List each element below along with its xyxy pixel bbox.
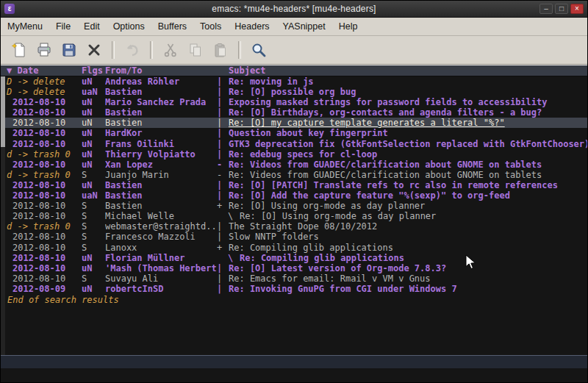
thread-indicator: |: [217, 284, 229, 294]
copy-button[interactable]: [184, 40, 207, 60]
toolbar-separator: [238, 41, 241, 59]
message-subject: Re: Compiling glib applications: [229, 243, 587, 253]
column-header-date[interactable]: ▼ Date: [5, 65, 82, 76]
message-date: 2012-08-10: [5, 128, 82, 138]
toolbar: [1, 36, 587, 65]
echo-area[interactable]: [1, 368, 587, 382]
message-flags: S: [82, 273, 105, 284]
message-row[interactable]: 2012-08-10uNBastien|Re: [O] [PATCH] Tran…: [5, 180, 587, 190]
thread-indicator: -: [217, 160, 229, 170]
message-flags: S: [82, 232, 105, 242]
message-flags: uN: [82, 139, 105, 149]
message-date: 2012-08-10: [5, 263, 82, 273]
column-header-subject[interactable]: Subject: [229, 65, 587, 76]
message-date: 2012-08-10: [5, 273, 82, 284]
menu-item[interactable]: MyMenu: [1, 18, 49, 35]
titlebar[interactable]: ε emacs: *mu4e-headers* [mu4e-headers] –…: [1, 1, 587, 18]
message-from: HardKor: [105, 128, 217, 138]
message-row[interactable]: d -> trash 0Swebmaster@straightd...|The …: [5, 221, 587, 232]
message-row[interactable]: 2012-08-10uNHardKor|Question about key f…: [5, 128, 587, 138]
print-button[interactable]: [33, 40, 55, 60]
message-subject: Question about key fingerprint: [229, 128, 587, 138]
menu-item[interactable]: Buffers: [151, 18, 193, 35]
message-from: Michael Welle: [105, 211, 217, 221]
message-date: D -> delete: [5, 87, 82, 97]
message-row[interactable]: d -> trash 0SJuanjo Marin-Re: Videos fro…: [5, 170, 587, 180]
message-from: 'Mash (Thomas Herbert): [105, 263, 217, 273]
menu-item[interactable]: Tools: [193, 18, 228, 35]
message-subject: Re: [O] Add the capture feature "%(sexp)…: [229, 190, 587, 201]
close-button[interactable]: ×: [570, 4, 584, 14]
thread-indicator: |: [217, 221, 229, 232]
mode-line: *mu4e-headers* ( 5, 0) [All/2.0k] [mu4e-…: [1, 355, 587, 368]
message-flags: uN: [82, 149, 105, 160]
message-subject: Re: [O] my capture template generates a …: [229, 118, 587, 128]
menu-item[interactable]: Help: [332, 18, 365, 35]
menu-item[interactable]: YASnippet: [276, 18, 332, 35]
thread-indicator: +: [217, 201, 229, 211]
menu-item[interactable]: Edit: [77, 18, 107, 35]
menu-item[interactable]: File: [49, 18, 77, 35]
message-subject: GTK3 deprecation fix (GtkFontSelection r…: [229, 139, 587, 149]
message-row[interactable]: 2012-08-10SMichael Welle\Re: [O] Using o…: [5, 211, 587, 221]
message-row[interactable]: 2012-08-10uNFlorian Müllner\Re: Compilin…: [5, 253, 587, 263]
cut-button[interactable]: [159, 40, 182, 60]
message-row[interactable]: 2012-08-10uNMario Sanchez Prada|Exposing…: [5, 97, 587, 107]
message-row[interactable]: 2012-08-10uNBastien|Re: [O] my capture t…: [5, 118, 587, 128]
message-flags: uN: [82, 284, 105, 294]
message-from: Xan Lopez: [105, 160, 217, 170]
message-from: robertcInSD: [105, 284, 217, 294]
message-flags: S: [82, 201, 105, 211]
message-row[interactable]: 2012-08-10SLanoxx+Re: Compiling glib app…: [5, 243, 587, 253]
message-row[interactable]: D -> deleteuaNBastien|Re: [O] possible o…: [5, 87, 587, 97]
message-row[interactable]: 2012-08-10uN'Mash (Thomas Herbert)|Re: […: [5, 263, 587, 273]
message-flags: uN: [82, 263, 105, 273]
thread-indicator: |: [217, 273, 229, 284]
window-controls: – □ ×: [539, 4, 587, 14]
message-date: D -> delete: [5, 76, 82, 87]
message-flags: uN: [82, 253, 105, 263]
message-date: 2012-08-10: [5, 201, 82, 211]
message-subject: Re: Emacs for email: Rmail v VM v Gnus: [229, 273, 587, 284]
message-row[interactable]: 2012-08-10uNBastien|Re: [O] Birthdays, o…: [5, 107, 587, 118]
search-icon: [251, 42, 267, 58]
message-row[interactable]: 2012-08-10uaNBastien|Re: [O] Add the cap…: [5, 190, 587, 201]
message-subject: Re: moving in js: [229, 76, 587, 87]
save-button[interactable]: [58, 40, 80, 60]
close-buffer-button[interactable]: [83, 40, 105, 60]
message-date: 2012-08-10: [5, 97, 82, 107]
message-row[interactable]: 2012-08-10SSuvayu Ali|Re: Emacs for emai…: [5, 273, 587, 284]
message-row[interactable]: 2012-08-10uNFrans Oilinki|GTK3 deprecati…: [5, 139, 587, 149]
new-file-button[interactable]: [8, 40, 30, 60]
menu-item[interactable]: Headers: [228, 18, 276, 35]
paste-button[interactable]: [209, 40, 232, 60]
thread-indicator: |: [217, 263, 229, 273]
thread-indicator: |: [217, 232, 229, 242]
undo-button[interactable]: [121, 40, 143, 60]
thread-indicator: |: [217, 149, 229, 160]
message-row[interactable]: 2012-08-10SBastien+Re: [O] Using org-mod…: [5, 201, 587, 211]
message-from: Bastien: [105, 201, 217, 211]
message-row[interactable]: 2012-08-10uNXan Lopez-Re: Videos from GU…: [5, 160, 587, 170]
column-header-from[interactable]: From/To: [105, 65, 217, 76]
emacs-frame: ▼ DateFlgsFrom/ToSubject D -> deleteuNAn…: [1, 65, 587, 382]
message-row[interactable]: D -> deleteuNAndreas Röhler|Re: moving i…: [5, 76, 587, 87]
message-row[interactable]: d -> trash 0uNThierry Volpiatto|Re: edeb…: [5, 149, 587, 160]
scrollbar-thumb[interactable]: [1, 76, 5, 147]
scrollbar[interactable]: [1, 76, 5, 355]
message-subject: Re: edebug specs for cl-loop: [229, 149, 587, 160]
maximize-button[interactable]: □: [555, 4, 568, 14]
message-list: D -> deleteuNAndreas Röhler|Re: moving i…: [5, 76, 587, 355]
message-flags: uN: [82, 160, 105, 170]
column-header-flags[interactable]: Flgs: [82, 65, 105, 76]
minimize-button[interactable]: –: [539, 4, 553, 14]
message-flags: S: [82, 211, 105, 221]
header-line: ▼ DateFlgsFrom/ToSubject: [1, 65, 587, 76]
menu-item[interactable]: Options: [107, 18, 151, 35]
message-row[interactable]: 2012-08-10SFrancesco Mazzoli|Slow NNTP f…: [5, 232, 587, 242]
thread-indicator: |: [217, 76, 229, 87]
close-buffer-icon: [86, 42, 102, 58]
search-button[interactable]: [248, 40, 270, 60]
message-from: Bastien: [105, 190, 217, 201]
message-row[interactable]: 2012-08-09uNrobertcInSD|Re: Invoking Gnu…: [5, 284, 587, 294]
